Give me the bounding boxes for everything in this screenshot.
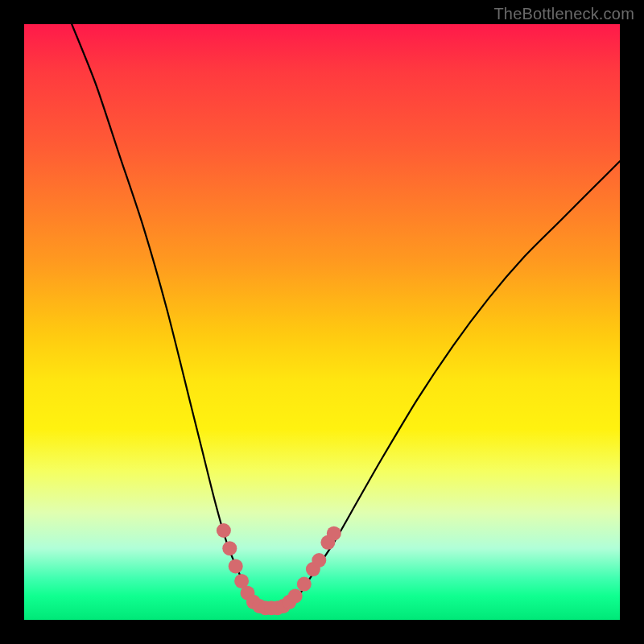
- chart-svg: [24, 24, 620, 620]
- watermark-text: TheBottleneck.com: [493, 5, 634, 23]
- curve-marker: [327, 526, 341, 541]
- curve-marker: [258, 601, 273, 615]
- curve-marker: [222, 541, 237, 555]
- curve-marker: [276, 599, 291, 613]
- curve-marker: [217, 523, 231, 538]
- curve-marker: [270, 601, 285, 615]
- curve-marker: [246, 595, 261, 609]
- curve-marker: [312, 553, 326, 568]
- curve-marker: [264, 601, 279, 615]
- plot-area: [24, 24, 620, 620]
- curve-marker: [306, 562, 320, 576]
- curve-marker: [229, 559, 243, 573]
- curve-markers: [217, 523, 341, 615]
- curve-marker: [297, 577, 312, 592]
- curve-marker: [320, 535, 335, 550]
- bottleneck-curve: [72, 24, 620, 608]
- curve-marker: [288, 588, 303, 603]
- curve-marker: [252, 599, 266, 613]
- curve-marker: [234, 574, 249, 588]
- curve-marker: [241, 586, 255, 601]
- curve-marker: [282, 595, 296, 609]
